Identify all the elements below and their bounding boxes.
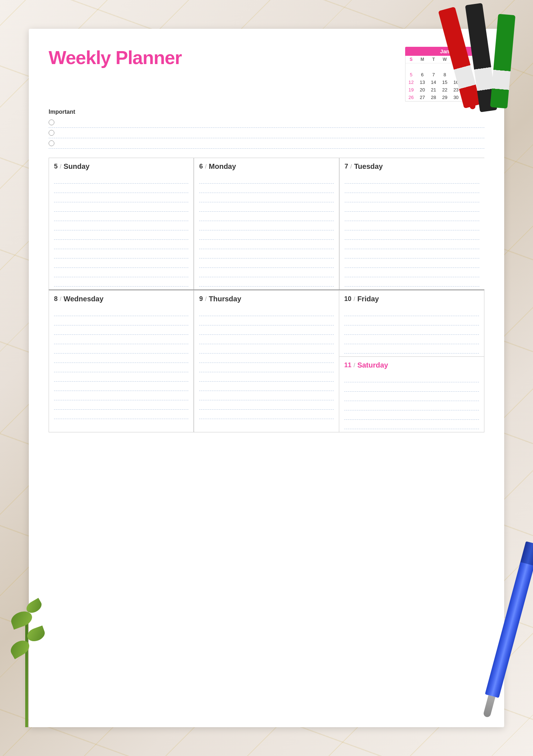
- tuesday-num: 7: [345, 163, 348, 170]
- thursday-line-3: [199, 325, 333, 335]
- sunday-line-9: [54, 249, 188, 258]
- markers-decoration: [382, 0, 533, 122]
- wednesday-line-2: [54, 316, 188, 325]
- important-checkbox-2[interactable]: [49, 130, 54, 136]
- planner-paper: Weekly Planner Jan S M T W T F S: [29, 29, 504, 727]
- monday-line-5: [199, 212, 333, 221]
- sunday-line-12: [54, 277, 188, 287]
- friday-section: 10 / Friday: [339, 291, 484, 357]
- monday-line-4: [199, 202, 333, 212]
- sunday-line-5: [54, 212, 188, 221]
- day-cell-monday: 6 / Monday: [194, 158, 339, 289]
- tuesday-line-6: [345, 221, 479, 230]
- monday-line-8: [199, 240, 333, 249]
- friday-line-3: [344, 325, 479, 335]
- day-cell-tuesday: 7 / Tuesday: [339, 158, 484, 289]
- important-checkbox-1[interactable]: [49, 120, 54, 125]
- day-cell-thursday: 9 / Thursday: [194, 290, 339, 432]
- monday-line-1: [199, 174, 333, 184]
- tuesday-slash: /: [350, 163, 352, 170]
- thursday-line-12: [199, 410, 333, 419]
- tuesday-line-1: [345, 174, 479, 184]
- saturday-line-6: [344, 420, 479, 429]
- sunday-slash: /: [60, 163, 61, 170]
- saturday-header: 11 / Saturday: [344, 361, 479, 369]
- saturday-line-3: [344, 392, 479, 401]
- friday-header: 10 / Friday: [344, 295, 479, 303]
- important-checkbox-3[interactable]: [49, 140, 54, 146]
- monday-line-9: [199, 249, 333, 258]
- thursday-line-5: [199, 344, 333, 354]
- wednesday-line-9: [54, 382, 188, 391]
- tuesday-lines: [345, 174, 479, 287]
- tuesday-name: Tuesday: [354, 162, 383, 171]
- friday-name: Friday: [357, 295, 379, 303]
- wednesday-line-3: [54, 325, 188, 335]
- green-marker: [490, 14, 515, 108]
- planner-title: Weekly Planner: [49, 47, 182, 68]
- sunday-header: 5 / Sunday: [54, 162, 188, 171]
- sunday-name: Sunday: [63, 162, 89, 171]
- wednesday-line-10: [54, 391, 188, 400]
- sunday-line-3: [54, 193, 188, 202]
- monday-num: 6: [199, 163, 203, 170]
- days-top-row: 5 / Sunday 6 /: [49, 158, 484, 290]
- plant-leaf-2: [26, 626, 47, 644]
- sunday-line-7: [54, 230, 188, 240]
- tuesday-line-10: [345, 258, 479, 268]
- saturday-line-2: [344, 382, 479, 392]
- important-row-3: [49, 138, 484, 149]
- tuesday-line-12: [345, 277, 479, 287]
- wednesday-header: 8 / Wednesday: [54, 295, 188, 303]
- thursday-name: Thursday: [209, 295, 241, 303]
- monday-line-3: [199, 193, 333, 202]
- friday-line-5: [344, 344, 479, 354]
- friday-line-1: [344, 307, 479, 316]
- wednesday-num: 8: [54, 295, 58, 303]
- thursday-num: 9: [199, 295, 203, 303]
- tuesday-header: 7 / Tuesday: [345, 162, 479, 171]
- thursday-line-8: [199, 372, 333, 382]
- wednesday-lines: [54, 307, 188, 419]
- tuesday-line-7: [345, 230, 479, 240]
- friday-lines: [344, 307, 479, 354]
- wednesday-line-5: [54, 344, 188, 354]
- monday-line-6: [199, 221, 333, 230]
- thursday-line-2: [199, 316, 333, 325]
- wednesday-line-1: [54, 307, 188, 316]
- monday-line-10: [199, 258, 333, 268]
- plant-leaf-3: [8, 638, 32, 659]
- sunday-lines: [54, 174, 188, 287]
- pen-tip: [483, 695, 496, 718]
- wednesday-name: Wednesday: [63, 295, 103, 303]
- thursday-line-4: [199, 335, 333, 344]
- wednesday-line-6: [54, 354, 188, 363]
- thursday-line-11: [199, 400, 333, 410]
- monday-header: 6 / Monday: [199, 162, 333, 171]
- saturday-line-1: [344, 373, 479, 382]
- thursday-slash: /: [205, 296, 206, 302]
- thursday-header: 9 / Thursday: [199, 295, 333, 303]
- sunday-line-2: [54, 184, 188, 193]
- thursday-line-10: [199, 391, 333, 400]
- sunday-num: 5: [54, 163, 58, 170]
- sunday-line-4: [54, 202, 188, 212]
- sunday-line-10: [54, 258, 188, 268]
- monday-line-2: [199, 184, 333, 193]
- saturday-line-4: [344, 401, 479, 410]
- friday-slash: /: [354, 296, 355, 302]
- monday-name: Monday: [209, 162, 236, 171]
- tuesday-line-4: [345, 202, 479, 212]
- sunday-line-1: [54, 174, 188, 184]
- important-row-2: [49, 128, 484, 138]
- monday-line-11: [199, 268, 333, 277]
- thursday-lines: [199, 307, 333, 419]
- wednesday-line-12: [54, 410, 188, 419]
- wednesday-slash: /: [60, 296, 61, 302]
- sunday-line-11: [54, 268, 188, 277]
- saturday-lines: [344, 373, 479, 429]
- saturday-section: 11 / Saturday: [339, 357, 484, 432]
- monday-line-12: [199, 277, 333, 287]
- tuesday-line-5: [345, 212, 479, 221]
- friday-line-2: [344, 316, 479, 325]
